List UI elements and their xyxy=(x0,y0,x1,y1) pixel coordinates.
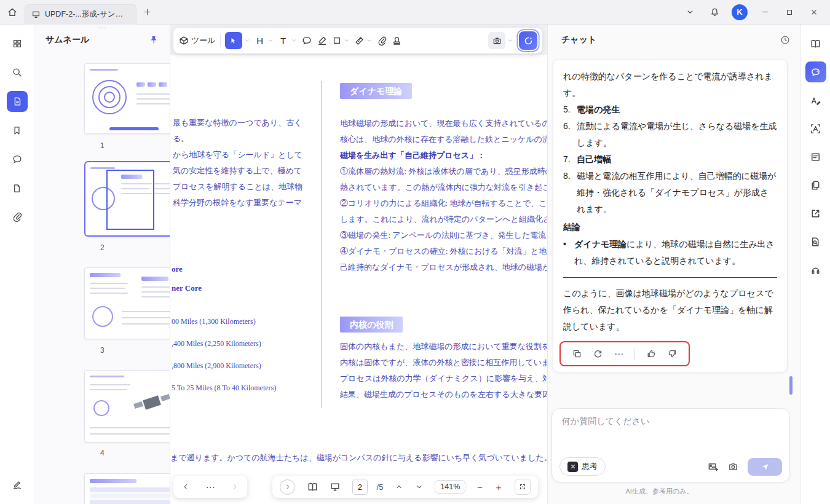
recognize-text-icon[interactable] xyxy=(805,118,826,139)
thumb-shape xyxy=(154,193,170,194)
export-icon[interactable] xyxy=(805,203,826,224)
right-sidebar-rail xyxy=(800,25,830,504)
page-file-icon[interactable] xyxy=(7,178,28,199)
document-tab[interactable]: UPDF-2-...形成-サンプル xyxy=(25,4,136,25)
search-document-icon[interactable] xyxy=(805,231,826,252)
thumbnails-panel-icon[interactable] xyxy=(7,91,28,112)
pdf-label-core: ore xyxy=(172,264,276,274)
previous-page-button[interactable] xyxy=(395,482,403,491)
regenerate-icon[interactable] xyxy=(593,348,603,359)
thumbs-up-icon[interactable] xyxy=(646,348,657,359)
bookmark-icon[interactable] xyxy=(7,120,28,141)
thumbnail-page-5[interactable] xyxy=(84,473,170,504)
tools-menu-button[interactable]: ツール xyxy=(178,35,216,46)
add-image-icon[interactable] xyxy=(707,461,719,473)
expand-panel-button[interactable] xyxy=(280,479,295,495)
forward-button[interactable] xyxy=(231,482,239,491)
next-page-button[interactable] xyxy=(415,482,424,491)
chat-title: チャット xyxy=(561,34,596,45)
thumb-shape xyxy=(90,427,170,428)
measure-tool[interactable] xyxy=(354,36,373,46)
pdf-text-line: します。これにより、流れが特定のパターンへと組織化され xyxy=(340,211,547,227)
heading-tool[interactable]: H xyxy=(255,36,274,46)
thumb-shape xyxy=(136,93,170,95)
pdf-text-line: ③磁場の発生: アンペールの法則に基づき、発生した電流は xyxy=(340,227,547,243)
zoom-out-button[interactable]: − xyxy=(477,482,483,492)
comments-icon[interactable] xyxy=(7,149,28,170)
thumb-shape xyxy=(141,286,170,288)
thumb-shape xyxy=(90,293,128,294)
screenshot-camera-icon[interactable] xyxy=(727,461,739,473)
thumbnail-page-3[interactable] xyxy=(84,267,170,339)
reader-mode-icon[interactable] xyxy=(805,33,826,54)
thumb-shape xyxy=(90,288,125,289)
search-icon[interactable] xyxy=(7,62,28,83)
more-pages-button[interactable]: ⋯ xyxy=(205,482,215,492)
grid-menu-icon[interactable] xyxy=(7,33,28,54)
reading-mode-icon[interactable] xyxy=(307,481,318,493)
minimize-button[interactable] xyxy=(757,5,772,20)
thumb-shape xyxy=(90,479,136,483)
camera-icon xyxy=(488,32,505,49)
notifications-bell-icon[interactable] xyxy=(707,5,722,20)
ai-assistant-toggle[interactable] xyxy=(519,31,537,50)
zoom-in-button[interactable]: ＋ xyxy=(494,482,503,492)
pdf-text-line: ②コリオリの力による組織化: 地球が自転することで、これ xyxy=(340,195,547,211)
comment-tool[interactable] xyxy=(301,35,312,46)
chat-paragraph: れの特徴的なパターンを作ることで電流が誘導されます。 xyxy=(563,68,777,101)
stamp-tool[interactable] xyxy=(392,36,402,46)
fit-page-button[interactable] xyxy=(515,479,531,495)
pdf-text-line: から地球を守る「シールド」として xyxy=(173,147,320,163)
more-actions-button[interactable]: ⋯ xyxy=(614,349,623,358)
audio-assistant-icon[interactable] xyxy=(805,259,826,280)
thumbs-down-icon[interactable] xyxy=(667,348,678,359)
zoom-level[interactable]: 141% xyxy=(435,480,465,494)
chevron-down-icon[interactable] xyxy=(267,37,274,44)
thinking-mode-button[interactable]: 思考 xyxy=(559,457,606,476)
chat-scrollbar-thumb[interactable] xyxy=(789,376,792,395)
collapse-toolbar-button[interactable] xyxy=(682,5,697,20)
text-tool[interactable]: T xyxy=(278,36,297,46)
shape-tool[interactable] xyxy=(332,36,350,45)
pdf-text-line: 核心は、地球の外核に存在する溶融した鉄とニッケルの流動 xyxy=(340,132,547,148)
attach-tool[interactable] xyxy=(377,36,387,46)
attachments-icon[interactable] xyxy=(7,207,28,227)
screenshot-tool[interactable] xyxy=(488,32,513,49)
thumb-shape xyxy=(136,98,170,100)
new-tab-button[interactable] xyxy=(136,2,157,23)
presentation-mode-icon[interactable] xyxy=(330,481,341,492)
chevron-down-icon[interactable] xyxy=(291,37,297,44)
thumbnail-page-4[interactable] xyxy=(84,370,170,443)
chat-input-field[interactable] xyxy=(552,409,789,444)
chevron-down-icon[interactable] xyxy=(507,37,513,44)
copy-icon[interactable] xyxy=(572,348,582,359)
signature-pen-icon[interactable] xyxy=(7,474,28,495)
thumb-shape xyxy=(148,82,156,87)
send-button[interactable] xyxy=(748,458,782,476)
thumbnail-page-1[interactable] xyxy=(84,63,170,134)
thumbnail-page-2[interactable] xyxy=(84,161,170,237)
chevron-down-icon[interactable] xyxy=(244,37,250,44)
translate-icon[interactable] xyxy=(805,90,826,111)
chat-closing-paragraph: このように、画像は地球磁場がどのようなプロセスで作られ、保たれているかを「ダイナ… xyxy=(563,285,777,335)
pin-icon[interactable] xyxy=(149,35,159,45)
home-button[interactable] xyxy=(0,0,25,25)
chevron-down-icon[interactable] xyxy=(344,37,350,44)
pdf-text-line: 科学分野の根幹をなす重要なテーマ xyxy=(173,195,320,211)
back-button[interactable] xyxy=(181,482,190,491)
close-button[interactable] xyxy=(807,5,821,20)
current-page-input[interactable]: 2 xyxy=(352,479,368,495)
user-avatar[interactable]: K xyxy=(732,4,748,20)
section-heading-dynamo: ダイナモ理論 xyxy=(340,83,412,99)
highlighter-tool[interactable] xyxy=(317,35,328,46)
chat-history-icon[interactable] xyxy=(780,34,791,45)
page-organize-icon[interactable] xyxy=(805,175,826,195)
select-tool[interactable] xyxy=(225,32,250,49)
ai-chat-icon[interactable] xyxy=(805,61,826,82)
maximize-button[interactable] xyxy=(782,5,797,20)
bullet-bold: ダイナモ理論 xyxy=(574,239,626,249)
chat-conclusion-heading: 結論 xyxy=(563,219,777,235)
chevron-down-icon[interactable] xyxy=(366,37,373,44)
pdf-measure-line: 00 Miles (1,300 Kilometers) xyxy=(172,310,276,333)
form-fill-icon[interactable] xyxy=(805,146,826,167)
